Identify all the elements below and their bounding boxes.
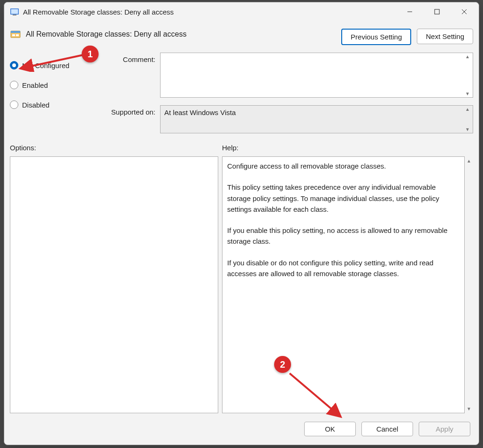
radio-indicator-icon [10,61,18,70]
supported-on-value: At least Windows Vista [164,108,236,116]
radio-indicator-icon [10,81,18,89]
help-wrap: Configure access to all removable storag… [222,156,473,413]
comment-label: Comment: [99,53,155,98]
panes-row: Configure access to all removable storag… [8,156,475,413]
supported-scrollbar[interactable]: ▲ ▼ [463,107,472,132]
policy-title: All Removable Storage classes: Deny all … [26,30,186,39]
scroll-up-icon[interactable]: ▲ [467,158,471,163]
annotation-badge-2: 2 [274,356,291,373]
svg-rect-8 [11,31,20,33]
close-button[interactable] [451,2,478,21]
apply-button: Apply [419,422,470,436]
help-paragraph: This policy setting takes precedence ove… [227,182,460,215]
scroll-down-icon[interactable]: ▼ [463,127,472,132]
radio-label: Enabled [22,81,48,89]
help-pane: Configure access to all removable storag… [222,156,465,413]
radio-and-fields: Not Configured Enabled Disabled Comment: [8,51,475,135]
supported-on-box: At least Windows Vista ▲ ▼ [160,105,473,133]
supported-on-label: Supported on: [99,105,155,133]
scroll-up-icon[interactable]: ▲ [463,54,472,59]
policy-header: All Removable Storage classes: Deny all … [8,27,475,51]
help-paragraph: If you disable or do not configure this … [227,257,460,279]
help-paragraph: Configure access to all removable storag… [227,161,460,171]
svg-rect-10 [16,34,19,36]
maximize-button[interactable] [423,2,451,21]
svg-rect-2 [13,15,16,15]
scroll-up-icon[interactable]: ▲ [463,107,472,112]
radio-enabled[interactable]: Enabled [10,75,99,95]
svg-rect-1 [11,9,18,14]
scroll-down-icon[interactable]: ▼ [463,91,472,96]
next-setting-button[interactable]: Next Setting [417,29,473,44]
minimize-button[interactable] [396,2,423,21]
radio-disabled[interactable]: Disabled [10,95,99,115]
radio-indicator-icon [10,100,18,109]
footer-buttons: OK Cancel Apply [8,413,475,441]
radio-group: Not Configured Enabled Disabled [10,53,99,115]
help-label: Help: [222,144,238,152]
annotation-badge-1: 1 [82,46,99,62]
section-labels: Options: Help: [8,135,475,156]
help-paragraph: If you enable this policy setting, no ac… [227,225,460,247]
app-icon [10,7,19,16]
cancel-button[interactable]: Cancel [361,422,413,436]
content-area: All Removable Storage classes: Deny all … [4,21,479,445]
comment-input[interactable]: ▲ ▼ [160,53,473,98]
window-title: All Removable Storage classes: Deny all … [23,8,396,16]
options-label: Options: [10,144,222,152]
svg-rect-9 [12,34,15,36]
titlebar: All Removable Storage classes: Deny all … [4,2,479,21]
options-pane [10,156,218,413]
policy-icon [10,29,21,40]
fields-column: Comment: ▲ ▼ Supported on: At least Wind… [99,53,473,133]
policy-dialog-window: All Removable Storage classes: Deny all … [4,2,479,445]
radio-label: Disabled [22,101,49,109]
help-scrollbar[interactable]: ▲ ▼ [465,156,473,413]
previous-setting-button[interactable]: Previous Setting [341,29,411,45]
ok-button[interactable]: OK [304,422,356,436]
window-controls [396,2,478,21]
scroll-down-icon[interactable]: ▼ [467,406,471,411]
textarea-scrollbar[interactable]: ▲ ▼ [463,54,472,96]
svg-rect-4 [435,9,439,14]
radio-label: Not Configured [22,62,69,70]
